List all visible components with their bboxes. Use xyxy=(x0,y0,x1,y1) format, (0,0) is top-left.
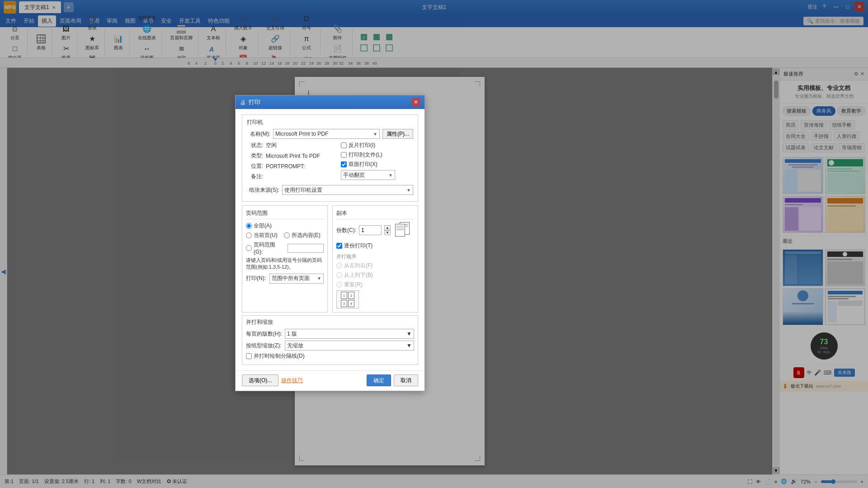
printer-location-value: PORTPROMPT: xyxy=(266,163,332,170)
order-page-1: 1 xyxy=(341,292,347,299)
reverse-print-label: 反片打印(I) xyxy=(349,142,375,149)
copies-spinner: ▲ ▼ xyxy=(384,225,391,235)
draw-borders-row: 并打时绘制分隔线(D) xyxy=(246,352,414,360)
current-page-row: 当前页(U) 所选内容(E) xyxy=(246,232,324,239)
manual-duplex-value: 手动翻页 xyxy=(343,171,365,179)
order-top-bottom-label: 从上到下(B) xyxy=(344,271,373,279)
printer-comment-row: 备注: xyxy=(247,173,332,180)
printer-location-label: 位置: xyxy=(247,162,263,170)
printer-name-select[interactable]: Microsoft Print to PDF ▼ xyxy=(273,129,380,139)
order-repeat-radio xyxy=(336,282,342,288)
current-page-radio[interactable] xyxy=(246,232,252,238)
print-n-select[interactable]: 范围中所有页面 ▼ xyxy=(269,274,324,284)
scale-value: 无缩放 xyxy=(287,342,303,350)
dialog-title: 打印 xyxy=(249,98,260,106)
order-title: 并打顺序 xyxy=(336,253,414,260)
scale-row: 按纸型缩放(Z): 无缩放 ▼ xyxy=(246,341,414,351)
manual-duplex-row: 手动翻页 ▼ xyxy=(341,170,413,180)
printer-name-label: 名称(M): xyxy=(247,130,270,138)
reverse-print-checkbox[interactable] xyxy=(341,142,347,148)
printer-status-value: 空闲 xyxy=(266,142,332,149)
order-left-right-radio xyxy=(336,263,342,269)
dialog-titlebar: 🖨 打印 ✕ xyxy=(236,95,425,109)
paper-source-label: 纸张来源(S): xyxy=(247,186,279,194)
pages-per-sheet-label: 每页的版数(H): xyxy=(246,330,282,338)
copies-page-icons xyxy=(395,222,413,238)
copies-up-btn[interactable]: ▲ xyxy=(384,225,391,230)
scale-select[interactable]: 无缩放 ▼ xyxy=(285,341,414,351)
scale-label: 按纸型缩放(Z): xyxy=(246,342,282,350)
draw-borders-checkbox[interactable] xyxy=(246,353,252,359)
range-copies-area: 页码范围 全部(A) 当前页(U) 所选内容(E) 页码范围(G): xyxy=(242,205,418,313)
paper-source-value: 使用打印机设置 xyxy=(284,186,322,194)
page-range-label: 页码范围(G): xyxy=(254,241,284,255)
ok-button[interactable]: 确定 xyxy=(367,374,391,386)
dialog-body: 打印机 名称(M): Microsoft Print to PDF ▼ 属性(P… xyxy=(236,109,425,370)
print-dialog: 🖨 打印 ✕ 打印机 名称(M): Microsoft Print to PDF… xyxy=(235,95,425,391)
pages-per-sheet-arrow: ▼ xyxy=(406,331,412,337)
dialog-footer: 选项(O)... 操作技巧 确定 取消 xyxy=(236,370,425,391)
printer-name-row: 名称(M): Microsoft Print to PDF ▼ 属性(P)... xyxy=(247,129,413,139)
printer-type-row: 类型: Microsoft Print To PDF xyxy=(247,152,332,160)
print-to-file-row: 打印到文件(L) xyxy=(341,151,413,159)
print-n-value: 范围中所有页面 xyxy=(272,275,310,282)
order-top-bottom-row: 从上到下(B) xyxy=(336,271,414,279)
cancel-button[interactable]: 取消 xyxy=(394,374,418,386)
order-page-4: 4 xyxy=(348,300,354,307)
printer-status-label: 状态: xyxy=(247,142,263,149)
scale-arrow: ▼ xyxy=(406,342,412,349)
selection-radio[interactable] xyxy=(284,232,290,238)
printer-type-label: 类型: xyxy=(247,152,263,160)
printer-status-row: 状态: 空闲 xyxy=(247,142,332,149)
draw-borders-label: 并打时绘制分隔线(D) xyxy=(254,352,305,360)
copies-title: 副本 xyxy=(336,209,414,219)
tips-link[interactable]: 操作技巧 xyxy=(281,377,303,384)
options-button[interactable]: 选项(O)... xyxy=(242,374,278,386)
duplex-checkbox[interactable] xyxy=(341,161,347,167)
order-repeat-label: 重复(R) xyxy=(344,281,363,289)
all-pages-row: 全部(A) xyxy=(246,222,324,230)
printer-comment-label: 备注: xyxy=(247,173,263,180)
copies-label: 份数(C): xyxy=(336,227,356,234)
selection-label: 所选内容(E) xyxy=(292,232,321,239)
pages-per-sheet-row: 每页的版数(H): 1 版 ▼ xyxy=(246,329,414,339)
collate-checkbox[interactable] xyxy=(336,243,342,249)
print-to-file-label: 打印到文件(L) xyxy=(349,151,382,159)
duplex-label: 双面打印(X) xyxy=(349,161,377,168)
page-range-radio[interactable] xyxy=(246,245,252,251)
print-n-label: 打印(N): xyxy=(246,275,266,282)
manual-duplex-arrow: ▼ xyxy=(388,173,393,178)
printer-location-row: 位置: PORTPROMPT: xyxy=(247,162,332,170)
all-pages-radio[interactable] xyxy=(246,223,252,229)
manual-duplex-select[interactable]: 手动翻页 ▼ xyxy=(341,170,395,180)
copies-input-row: 份数(C): ▲ ▼ xyxy=(336,222,414,238)
dialog-close-button[interactable]: ✕ xyxy=(412,98,420,106)
collate-label: 逐份打印(T) xyxy=(344,242,373,250)
copies-section: 副本 份数(C): ▲ ▼ xyxy=(332,205,418,313)
print-n-row: 打印(N): 范围中所有页面 ▼ xyxy=(246,274,324,284)
order-section: 并打顺序 从左到右(F) 从上到下(B) 重复(R) xyxy=(336,253,414,289)
paper-source-select[interactable]: 使用打印机设置 ▼ xyxy=(282,185,413,195)
printer-info-area: 状态: 空闲 类型: Microsoft Print To PDF 位置: PO… xyxy=(247,142,413,183)
printer-type-value: Microsoft Print To PDF xyxy=(266,153,332,159)
pages-per-sheet-select[interactable]: 1 版 ▼ xyxy=(285,329,414,339)
print-to-file-checkbox[interactable] xyxy=(341,152,347,158)
collate-row: 逐份打印(T) xyxy=(336,242,414,250)
duplex-row: 双面打印(X) xyxy=(341,161,413,168)
printer-name-value: Microsoft Print to PDF xyxy=(275,131,328,137)
all-pages-label: 全部(A) xyxy=(254,222,272,230)
copies-input[interactable] xyxy=(359,225,382,235)
order-left-right-label: 从左到右(F) xyxy=(344,262,373,270)
page-range-row: 页码范围(G): xyxy=(246,241,324,255)
order-left-right-row: 从左到右(F) xyxy=(336,262,414,270)
order-top-bottom-radio xyxy=(336,272,342,278)
page-icon-1 xyxy=(395,224,405,237)
order-page-2: 2 xyxy=(348,292,354,299)
print-n-arrow: ▼ xyxy=(317,276,321,281)
pages-per-sheet-value: 1 版 xyxy=(287,330,297,338)
page-range-input[interactable] xyxy=(288,244,324,253)
printer-properties-button[interactable]: 属性(P)... xyxy=(382,129,413,139)
order-icon-area: 1 2 3 4 xyxy=(336,290,359,308)
copies-down-btn[interactable]: ▼ xyxy=(384,230,391,235)
printer-section: 打印机 名称(M): Microsoft Print to PDF ▼ 属性(P… xyxy=(242,114,418,202)
